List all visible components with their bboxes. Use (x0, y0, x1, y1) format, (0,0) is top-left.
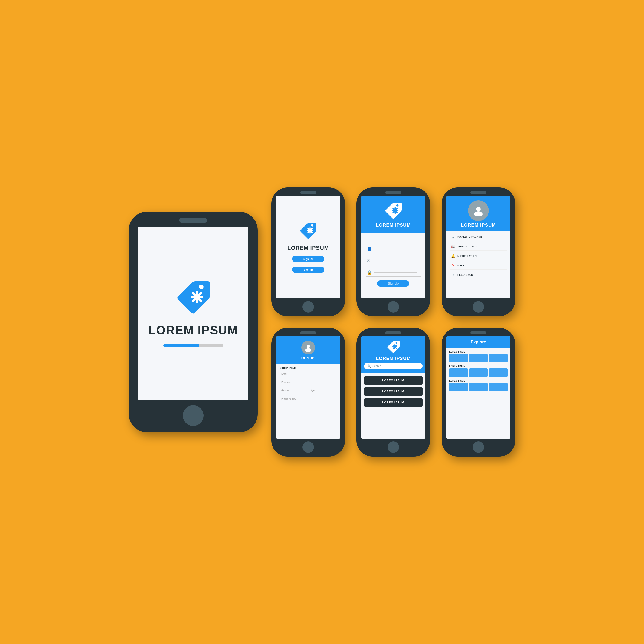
phone-login: LOREM IPSUM 👤 ✉ 🔒 (357, 187, 430, 316)
explore-label-2: LOREM IPSUM (449, 365, 508, 368)
password-field[interactable]: 🔒 (366, 269, 421, 277)
svg-point-12 (476, 207, 481, 211)
username-field[interactable]: 👤 (366, 245, 421, 253)
explore-section-3: LOREM IPSUM (449, 379, 508, 391)
explore-tiles-2 (449, 368, 508, 377)
home-btn-menu[interactable] (473, 301, 484, 313)
explore-section-1: LOREM IPSUM (449, 351, 508, 362)
explore-tile-3-2[interactable] (469, 383, 488, 391)
gender-placeholder: Gender (281, 389, 289, 392)
splash-title-large: LOREM IPSUM (149, 323, 238, 337)
svg-point-13 (474, 211, 483, 216)
home-btn-login[interactable] (388, 301, 399, 313)
profile-form: LOREM IPSUM Email Password Gender (276, 364, 340, 439)
explore-tiles-3 (449, 383, 508, 391)
logo-icon-login (384, 202, 403, 220)
speaker-explore (470, 331, 486, 334)
menu-items-list: ☁ SOCIAL NETWORK 📖 TRAVEL GUIDE 🔔 NOTIFI… (446, 231, 510, 298)
menu-item-help[interactable]: ❓ HELP (450, 262, 507, 270)
screen-login: LOREM IPSUM 👤 ✉ 🔒 (361, 196, 425, 298)
menu-item-feedback[interactable]: ✈ FEED BACK (450, 271, 507, 279)
menu-label-travel: TRAVEL GUIDE (457, 245, 477, 248)
svg-point-14 (307, 345, 310, 348)
profile-gender-field[interactable]: Gender (280, 387, 307, 394)
profile-age-field[interactable]: Age (309, 387, 336, 394)
explore-tiles-1 (449, 354, 508, 362)
menu-item-social[interactable]: ☁ SOCIAL NETWORK (450, 233, 507, 241)
explore-tile-1-3[interactable] (489, 354, 508, 362)
search-icon: 🔍 (367, 364, 371, 368)
menu-label-social: SOCIAL NETWORK (457, 236, 482, 239)
explore-tile-1-1[interactable] (449, 354, 468, 362)
explore-body: LOREM IPSUM LOREM IPSUM (446, 348, 510, 439)
phone-auth: LOREM IPSUM Sign Up Sign In (271, 187, 345, 316)
menu-label-feedback: FEED BACK (457, 273, 473, 276)
logo-icon-search (386, 340, 400, 354)
signin-button[interactable]: Sign In (292, 267, 324, 273)
explore-tile-3-1[interactable] (449, 383, 468, 391)
screen-menu: LOREM IPSUM ☁ SOCIAL NETWORK 📖 TRAVEL GU… (446, 196, 510, 298)
explore-tile-3-3[interactable] (489, 383, 508, 391)
search-result-1[interactable]: LOREM IPSUM (364, 376, 423, 385)
screen-search: LOREM IPSUM 🔍 Search LOREM IPSUM LOREM I… (361, 336, 425, 439)
profile-username: JOHN DOE (300, 356, 316, 360)
profile-section-label: LOREM IPSUM (280, 367, 336, 369)
menu-item-notification[interactable]: 🔔 NOTIFICATION (450, 252, 507, 260)
user-icon: 👤 (367, 247, 372, 252)
scene: LOREM IPSUM (110, 169, 534, 475)
search-results: LOREM IPSUM LOREM IPSUM LOREM IPSUM (361, 373, 425, 439)
speaker-profile (300, 331, 316, 334)
password-placeholder: Password (281, 381, 291, 383)
explore-section-2: LOREM IPSUM (449, 365, 508, 377)
search-result-3[interactable]: LOREM IPSUM (364, 398, 423, 407)
logo-icon-auth (299, 222, 317, 240)
explore-header: Explore (446, 336, 510, 348)
progress-fill (163, 344, 199, 347)
menu-avatar (468, 200, 489, 221)
explore-label-3: LOREM IPSUM (449, 379, 508, 382)
phone-large: LOREM IPSUM (129, 212, 258, 432)
home-btn-auth[interactable] (302, 301, 314, 313)
home-btn-explore[interactable] (473, 441, 484, 453)
login-signup-button[interactable]: Sign Up (377, 280, 409, 287)
explore-tile-2-2[interactable] (469, 368, 488, 377)
login-title: LOREM IPSUM (376, 222, 411, 228)
phone-grid: LOREM IPSUM Sign Up Sign In (271, 187, 515, 457)
menu-item-travel[interactable]: 📖 TRAVEL GUIDE (450, 243, 507, 251)
email-placeholder: Email (281, 373, 287, 375)
signup-button[interactable]: Sign Up (292, 256, 324, 262)
menu-label-notification: NOTIFICATION (457, 255, 477, 257)
profile-row-gender-age: Gender Age (280, 387, 336, 396)
phone-placeholder: Phone Number (281, 397, 297, 400)
speaker-login (385, 191, 401, 194)
screen-profile: JOHN DOE LOREM IPSUM Email Password Gend… (276, 336, 340, 439)
profile-email-field[interactable]: Email (280, 371, 336, 377)
search-screen-title: LOREM IPSUM (376, 356, 411, 361)
progress-bar (163, 344, 223, 347)
bell-icon: 🔔 (451, 254, 455, 258)
menu-label-help: HELP (457, 264, 465, 267)
search-result-2[interactable]: LOREM IPSUM (364, 387, 423, 396)
search-placeholder: Search (372, 365, 381, 368)
home-btn-profile[interactable] (302, 441, 314, 453)
explore-tile-2-1[interactable] (449, 368, 468, 377)
logo-icon-large (175, 279, 212, 316)
email-field[interactable]: ✉ (366, 257, 421, 265)
home-btn-large[interactable] (183, 405, 204, 426)
home-btn-search[interactable] (388, 441, 399, 453)
screen-splash-large: LOREM IPSUM (138, 227, 248, 400)
feedback-icon: ✈ (451, 273, 455, 277)
book-icon: 📖 (451, 244, 455, 249)
auth-title: LOREM IPSUM (287, 245, 329, 251)
search-bar[interactable]: 🔍 Search (364, 363, 423, 369)
help-icon: ❓ (451, 263, 455, 267)
phone-explore: Explore LOREM IPSUM LOREM IPSU (442, 328, 515, 457)
explore-tile-1-2[interactable] (469, 354, 488, 362)
explore-title: Explore (471, 340, 486, 345)
profile-avatar (301, 341, 315, 354)
profile-phone-field[interactable]: Phone Number (280, 396, 336, 402)
profile-password-field[interactable]: Password (280, 379, 336, 385)
lock-icon: 🔒 (367, 270, 372, 275)
speaker-auth (300, 191, 316, 194)
explore-tile-2-3[interactable] (489, 368, 508, 377)
